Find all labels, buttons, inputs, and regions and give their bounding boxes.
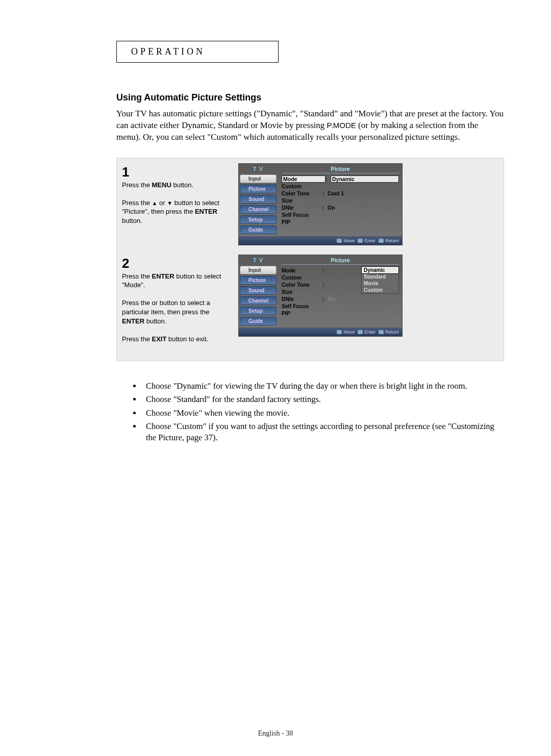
page-heading: Using Automatic Picture Settings: [116, 92, 504, 103]
osd-tv-label-2: T V: [240, 257, 277, 263]
osd-footer-move: Move: [337, 238, 355, 243]
step-1: 1 Press the MENU button. Press the ▲ or …: [122, 163, 498, 245]
bullet-item: Choose "Custom" if you want to adjust th…: [142, 421, 504, 444]
intro-paragraph: Your TV has automatic picture settings (…: [116, 108, 504, 143]
osd-title-2: Picture: [282, 257, 399, 265]
osd-tab-input: Input: [240, 174, 277, 183]
section-header-box: OPERATION: [116, 41, 279, 63]
osd-footer-enter-2: Enter: [358, 330, 375, 335]
bullet-item: Choose "Dynamic" for viewing the TV duri…: [142, 381, 504, 392]
osd-option-standard: Standard: [362, 273, 398, 280]
osd-tab-setup-2: Setup: [240, 307, 277, 315]
section-title: OPERATION: [131, 46, 205, 57]
down-arrow-icon: ▼: [167, 200, 172, 206]
return-icon: [379, 239, 384, 243]
step-1-text: 1 Press the MENU button. Press the ▲ or …: [122, 163, 229, 225]
osd-tab-picture: Picture: [240, 185, 277, 193]
osd-tab-channel: Channel: [240, 205, 277, 214]
step-2: 2 Press the ENTER button to select "Mode…: [122, 255, 498, 343]
osd-tab-channel-2: Channel: [240, 296, 277, 305]
osd-tab-guide-2: Guide: [240, 317, 277, 325]
osd-tab-sound: Sound: [240, 195, 277, 204]
enter-icon: [358, 239, 363, 243]
bullet-list: Choose "Dynamic" for viewing the TV duri…: [121, 381, 504, 443]
osd-tab-picture-2: Picture: [240, 276, 277, 285]
enter-icon: [358, 330, 363, 334]
osd-tab-guide: Guide: [240, 225, 277, 234]
osd-footer-return: Return: [379, 238, 399, 243]
step-2-text: 2 Press the ENTER button to select "Mode…: [122, 255, 229, 343]
osd-footer-move-2: Move: [337, 330, 355, 335]
osd-tv-label: T V: [240, 166, 277, 172]
osd-tab-sound-2: Sound: [240, 286, 277, 295]
osd-option-movie: Movie: [362, 280, 398, 287]
steps-container: 1 Press the MENU button. Press the ▲ or …: [116, 158, 504, 361]
osd-title: Picture: [282, 166, 399, 173]
step-2-number: 2: [122, 257, 229, 270]
up-arrow-icon: ▲: [152, 200, 158, 206]
move-icon: [337, 239, 342, 243]
page-number: English - 38: [0, 729, 551, 738]
osd-screenshot-2: T V Input Picture Sound Channel Setup Gu…: [238, 255, 403, 337]
move-icon: [337, 330, 342, 334]
pmode-label: P.MODE: [327, 121, 356, 130]
osd-option-custom: Custom: [362, 287, 398, 293]
step-1-number: 1: [122, 165, 229, 179]
osd-footer-enter: Enter: [358, 238, 375, 243]
osd-screenshot-1: T V Input Picture Sound Channel Setup Gu…: [238, 163, 403, 245]
osd-footer-return-2: Return: [379, 330, 399, 335]
osd-option-dynamic: Dynamic: [361, 266, 399, 274]
bullet-item: Choose "Standard" for the standard facto…: [142, 394, 504, 405]
osd-tab-setup: Setup: [240, 215, 277, 224]
bullet-item: Choose "Movie" when viewing the movie.: [142, 408, 504, 419]
return-icon: [379, 330, 384, 334]
osd-mode-dropdown: Dynamic Standard Movie Custom: [361, 266, 399, 294]
osd-tab-input-2: Input: [240, 266, 277, 274]
